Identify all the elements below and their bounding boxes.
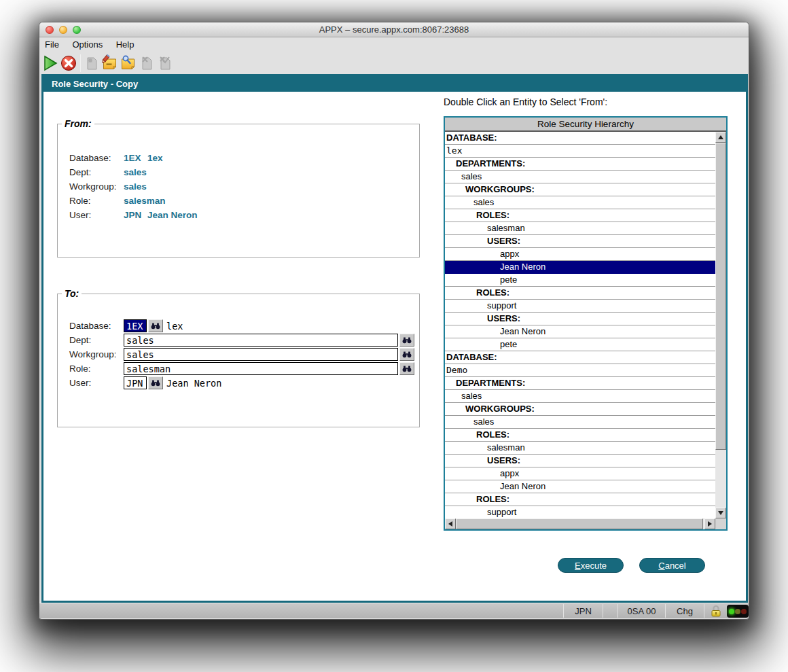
to-role-input[interactable] bbox=[124, 362, 398, 375]
to-database-input[interactable] bbox=[124, 319, 147, 332]
from-user-row: User: JPN Jean Neron bbox=[58, 209, 419, 223]
hierarchy-row[interactable]: DEPARTMENTS: bbox=[445, 158, 715, 171]
view-record-icon[interactable] bbox=[120, 54, 137, 72]
hierarchy-row[interactable]: WORKGROUPS: bbox=[445, 183, 715, 196]
menu-options[interactable]: Options bbox=[71, 37, 104, 52]
field-value2: 1ex bbox=[147, 153, 163, 163]
menu-help[interactable]: Help bbox=[115, 37, 136, 52]
hierarchy-row[interactable]: USERS: bbox=[445, 313, 715, 325]
execute-label: Execute bbox=[575, 561, 607, 571]
from-workgroup-row: Workgroup: sales bbox=[58, 180, 419, 194]
hierarchy-row[interactable]: USERS: bbox=[445, 235, 715, 248]
hierarchy-row[interactable]: support bbox=[445, 300, 715, 313]
scroll-right-icon[interactable] bbox=[704, 518, 715, 529]
horizontal-scroll-thumb[interactable] bbox=[456, 518, 703, 529]
to-workgroup-input[interactable] bbox=[124, 348, 398, 361]
hierarchy-row[interactable]: WORKGROUPS: bbox=[445, 403, 715, 416]
to-database-row: Database: lex bbox=[58, 319, 419, 334]
hierarchy-row[interactable]: pete bbox=[445, 274, 715, 287]
status-divider bbox=[603, 604, 603, 618]
cancel-button[interactable]: Cancel bbox=[639, 558, 705, 573]
hierarchy-row[interactable]: sales bbox=[445, 171, 715, 183]
hierarchy-row[interactable]: DEPARTMENTS: bbox=[445, 377, 715, 390]
to-dept-input[interactable] bbox=[124, 334, 398, 347]
binoculars-icon[interactable] bbox=[148, 376, 163, 389]
edit-record-icon[interactable] bbox=[101, 54, 118, 72]
field-value: 1EX bbox=[124, 153, 141, 163]
binoculars-icon[interactable] bbox=[399, 348, 414, 361]
status-mode: Chg bbox=[666, 603, 704, 619]
to-user-row: User: Jean Neron bbox=[58, 376, 419, 391]
to-user-input[interactable] bbox=[124, 376, 147, 389]
hierarchy-row[interactable]: Jean Neron bbox=[445, 480, 715, 493]
content-area: Role Security - Copy From: Database: 1EX… bbox=[41, 74, 748, 603]
hierarchy-row[interactable]: DATABASE: bbox=[445, 132, 715, 145]
scrollbar-corner bbox=[715, 518, 726, 529]
from-panel: From: Database: 1EX 1ex Dept: sales Work… bbox=[57, 118, 420, 258]
hierarchy-row[interactable]: ROLES: bbox=[445, 493, 715, 506]
hierarchy-row[interactable]: Jean Neron bbox=[445, 261, 715, 274]
from-dept-row: Dept: sales bbox=[58, 166, 419, 180]
from-database-row: Database: 1EX 1ex bbox=[58, 152, 419, 166]
vertical-scroll-thumb[interactable] bbox=[715, 143, 726, 450]
status-divider bbox=[704, 604, 704, 618]
hierarchy-row[interactable]: salesman bbox=[445, 222, 715, 235]
toolbar bbox=[39, 52, 749, 74]
to-workgroup-row: Workgroup: bbox=[58, 348, 419, 362]
run-icon[interactable] bbox=[41, 54, 58, 72]
menu-file[interactable]: File bbox=[43, 37, 60, 52]
page-title: Role Security - Copy bbox=[43, 76, 746, 92]
field-label: User: bbox=[69, 210, 91, 220]
field-suffix: lex bbox=[166, 321, 183, 332]
hierarchy-row[interactable]: support bbox=[445, 506, 715, 518]
hierarchy-row[interactable]: sales bbox=[445, 390, 715, 403]
hierarchy-row[interactable]: lex bbox=[445, 145, 715, 158]
horizontal-scrollbar[interactable] bbox=[445, 518, 715, 529]
app-window: APPX – secure.appx.com:8067:23688 File O… bbox=[39, 22, 749, 620]
field-value: sales bbox=[124, 167, 147, 177]
field-value: JPN bbox=[124, 210, 141, 220]
led-red bbox=[741, 609, 747, 614]
hierarchy-row[interactable]: Demo bbox=[445, 364, 715, 377]
field-label: User: bbox=[69, 378, 91, 388]
binoculars-icon[interactable] bbox=[148, 319, 163, 332]
titlebar[interactable]: APPX – secure.appx.com:8067:23688 bbox=[39, 22, 749, 37]
hierarchy-header: Role Security Hierarchy bbox=[445, 118, 726, 132]
hierarchy-row[interactable]: appx bbox=[445, 248, 715, 261]
hierarchy-row[interactable]: sales bbox=[445, 196, 715, 209]
execute-button[interactable]: Execute bbox=[558, 558, 624, 573]
scroll-down-icon[interactable] bbox=[715, 508, 726, 518]
cancel-label: Cancel bbox=[658, 561, 685, 571]
window-title: APPX – secure.appx.com:8067:23688 bbox=[39, 22, 749, 37]
scroll-up-icon[interactable] bbox=[715, 132, 726, 143]
vertical-scrollbar[interactable] bbox=[715, 132, 726, 518]
hierarchy-row[interactable]: USERS: bbox=[445, 455, 715, 467]
menubar: File Options Help bbox=[39, 37, 749, 52]
binoculars-icon[interactable] bbox=[399, 334, 414, 347]
hierarchy-row[interactable]: ROLES: bbox=[445, 429, 715, 442]
field-value2: Jean Neron bbox=[147, 210, 198, 220]
field-label: Role: bbox=[69, 364, 91, 374]
hierarchy-row[interactable]: appx bbox=[445, 467, 715, 480]
hierarchy-row[interactable]: salesman bbox=[445, 442, 715, 455]
binoculars-icon[interactable] bbox=[399, 362, 414, 375]
hierarchy-row[interactable]: sales bbox=[445, 416, 715, 429]
led-green bbox=[729, 609, 734, 614]
field-label: Database: bbox=[69, 321, 111, 331]
hierarchy-row[interactable]: DATABASE: bbox=[445, 351, 715, 364]
status-leds bbox=[727, 605, 749, 618]
field-label: Role: bbox=[69, 196, 91, 206]
field-suffix: Jean Neron bbox=[166, 378, 221, 389]
field-label: Dept: bbox=[69, 335, 91, 345]
hierarchy-row[interactable]: ROLES: bbox=[445, 287, 715, 300]
hierarchy-row[interactable]: ROLES: bbox=[445, 209, 715, 222]
to-dept-row: Dept: bbox=[58, 334, 419, 348]
cancel-icon[interactable] bbox=[60, 54, 77, 72]
page-title-band: Role Security - Copy bbox=[43, 76, 746, 92]
to-role-row: Role: bbox=[58, 362, 419, 376]
hierarchy-row[interactable]: Jean Neron bbox=[445, 325, 715, 338]
hierarchy-row[interactable]: pete bbox=[445, 338, 715, 351]
toolbar-separator bbox=[80, 54, 81, 72]
scroll-left-icon[interactable] bbox=[445, 518, 456, 529]
field-label: Dept: bbox=[69, 167, 91, 177]
